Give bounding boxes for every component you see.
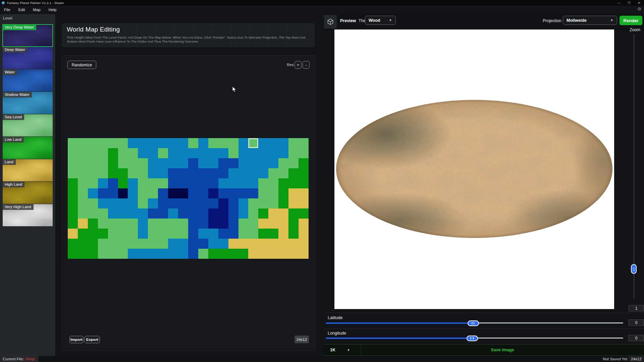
map-cell[interactable]: [178, 208, 188, 219]
map-cell[interactable]: [218, 138, 228, 148]
map-cell[interactable]: [288, 188, 299, 198]
randomize-button[interactable]: Randomize: [67, 61, 96, 69]
map-cell[interactable]: [128, 219, 138, 229]
map-cell[interactable]: [268, 208, 278, 219]
map-cell[interactable]: [68, 178, 78, 188]
map-cell[interactable]: [278, 239, 288, 249]
map-cell[interactable]: [218, 208, 228, 219]
map-cell[interactable]: [118, 168, 128, 178]
map-cell[interactable]: [208, 158, 218, 168]
map-cell[interactable]: [108, 229, 118, 239]
map-cell[interactable]: [198, 239, 208, 249]
map-cell[interactable]: [158, 158, 168, 168]
map-cell[interactable]: [98, 239, 108, 249]
map-cell[interactable]: [258, 148, 268, 158]
map-cell[interactable]: [78, 178, 88, 188]
map-cell[interactable]: [118, 138, 128, 148]
level-swatch-low-land[interactable]: Low Land: [3, 137, 53, 159]
map-cell[interactable]: [158, 219, 168, 229]
map-cell[interactable]: [148, 208, 158, 219]
map-cell[interactable]: [118, 178, 128, 188]
map-cell[interactable]: [78, 158, 88, 168]
map-cell[interactable]: [88, 178, 98, 188]
map-cell[interactable]: [228, 249, 238, 259]
map-cell[interactable]: [208, 229, 218, 239]
map-cell[interactable]: [108, 219, 118, 229]
map-cell[interactable]: [228, 178, 238, 188]
map-cell[interactable]: [218, 178, 228, 188]
map-cell[interactable]: [138, 158, 148, 168]
map-cell[interactable]: [148, 198, 158, 208]
map-cell[interactable]: [68, 168, 78, 178]
map-cell[interactable]: [88, 219, 98, 229]
map-cell[interactable]: [208, 148, 218, 158]
menu-edit[interactable]: Edit: [14, 8, 29, 12]
map-cell[interactable]: [228, 148, 238, 158]
map-cell[interactable]: [299, 249, 309, 259]
map-cell[interactable]: [78, 188, 88, 198]
save-image-button[interactable]: Save Image: [361, 345, 644, 355]
map-cell[interactable]: [118, 229, 128, 239]
map-cell[interactable]: [88, 168, 98, 178]
map-cell[interactable]: [68, 208, 78, 219]
map-cell[interactable]: [188, 148, 198, 158]
map-cell[interactable]: [108, 249, 118, 259]
map-cell[interactable]: [78, 249, 88, 259]
map-cell[interactable]: [238, 148, 249, 158]
map-cell[interactable]: [148, 229, 158, 239]
map-cell[interactable]: [68, 229, 78, 239]
map-cell[interactable]: [218, 229, 228, 239]
map-cell[interactable]: [248, 138, 258, 148]
map-cell[interactable]: [299, 219, 309, 229]
map-cell[interactable]: [168, 239, 178, 249]
map-cell[interactable]: [188, 219, 198, 229]
map-cell[interactable]: [108, 208, 118, 219]
map-cell[interactable]: [248, 168, 258, 178]
map-cell[interactable]: [208, 138, 218, 148]
import-button[interactable]: Import: [69, 336, 84, 343]
map-cell[interactable]: [299, 198, 309, 208]
map-cell[interactable]: [158, 148, 168, 158]
map-cell[interactable]: [299, 168, 309, 178]
map-cell[interactable]: [228, 158, 238, 168]
map-cell[interactable]: [128, 239, 138, 249]
map-cell[interactable]: [228, 229, 238, 239]
map-cell[interactable]: [148, 188, 158, 198]
map-cell[interactable]: [98, 229, 108, 239]
map-cell[interactable]: [118, 249, 128, 259]
map-cell[interactable]: [268, 138, 278, 148]
zoom-value-input[interactable]: 1: [629, 305, 644, 311]
map-cell[interactable]: [198, 249, 208, 259]
map-cell[interactable]: [88, 158, 98, 168]
map-cell[interactable]: [288, 208, 299, 219]
map-cell[interactable]: [178, 148, 188, 158]
map-cell[interactable]: [88, 239, 98, 249]
map-cell[interactable]: [278, 178, 288, 188]
map-cell[interactable]: [178, 229, 188, 239]
map-cell[interactable]: [118, 188, 128, 198]
map-cell[interactable]: [138, 148, 148, 158]
map-cell[interactable]: [78, 229, 88, 239]
map-cell[interactable]: [198, 148, 208, 158]
map-cell[interactable]: [158, 168, 168, 178]
map-cell[interactable]: [88, 198, 98, 208]
map-cell[interactable]: [138, 229, 148, 239]
map-cell[interactable]: [68, 198, 78, 208]
map-cell[interactable]: [168, 198, 178, 208]
map-cell[interactable]: [168, 208, 178, 219]
map-cell[interactable]: [208, 168, 218, 178]
map-cell[interactable]: [228, 168, 238, 178]
map-cell[interactable]: [118, 208, 128, 219]
map-cell[interactable]: [68, 249, 78, 259]
map-cell[interactable]: [128, 178, 138, 188]
map-cell[interactable]: [68, 219, 78, 229]
map-cell[interactable]: [98, 249, 108, 259]
map-cell[interactable]: [288, 198, 299, 208]
map-cell[interactable]: [299, 138, 309, 148]
map-cell[interactable]: [98, 168, 108, 178]
map-cell[interactable]: [238, 208, 249, 219]
map-cell[interactable]: [198, 158, 208, 168]
latitude-slider-thumb[interactable]: [468, 320, 479, 326]
map-cell[interactable]: [108, 178, 118, 188]
map-cell[interactable]: [238, 158, 249, 168]
